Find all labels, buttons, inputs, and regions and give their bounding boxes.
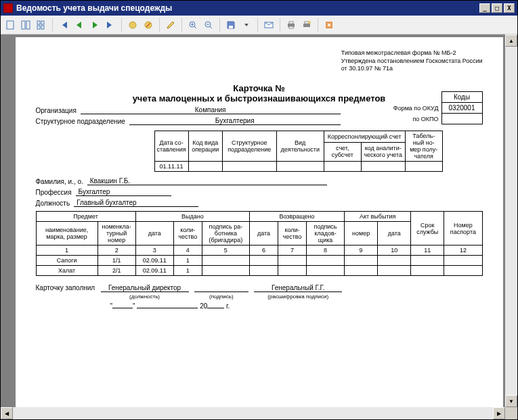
toolbar — [1, 16, 517, 34]
table-row: Сапоги1/102.09.111 — [36, 256, 482, 266]
print2-icon[interactable] — [300, 18, 314, 32]
svg-rect-15 — [289, 26, 293, 28]
document-page: Типовая межотраслевая форма № МБ-2 Утвер… — [16, 37, 503, 416]
page-multi-icon[interactable] — [35, 18, 48, 32]
svg-rect-1 — [22, 21, 25, 29]
footer-pos: Генеральный директор — [101, 284, 189, 292]
nav-prev-icon[interactable] — [72, 18, 86, 32]
svg-point-7 — [129, 22, 136, 28]
mid-header-table: Дата со-ставления Код видаоперации Струк… — [154, 131, 443, 172]
footer-sig — [194, 284, 249, 292]
svg-rect-4 — [41, 21, 44, 24]
footer-dec: Генеральный Г.Г. — [254, 284, 342, 292]
table-row: Халат2/102.09.111 — [36, 266, 482, 276]
footer-label: Карточку заполнил — [36, 284, 95, 291]
email-icon[interactable] — [262, 18, 276, 32]
scroll-up-icon[interactable]: ▲ — [505, 34, 517, 47]
scroll-down-icon[interactable]: ▼ — [505, 395, 517, 407]
form-note: Типовая межотраслевая форма № МБ-2 Утвер… — [341, 49, 483, 73]
items-table: Предмет Выдано Возвращено Акт выбытия Ср… — [36, 211, 483, 276]
page-single-icon[interactable] — [3, 18, 17, 32]
window: Ведомость учета выдачи спецодежды _ □ X — [0, 0, 518, 420]
mid-date: 01.11.11 — [154, 162, 188, 172]
okpo-label: по ОКПО — [388, 114, 441, 124]
scroll-right-icon[interactable]: ▶ — [493, 407, 505, 419]
footer: Карточку заполнил Генеральный директор(д… — [36, 284, 483, 310]
svg-rect-16 — [303, 24, 310, 27]
maximize-button[interactable]: □ — [492, 3, 502, 13]
codes-header: Коды — [441, 92, 482, 103]
org-value: Компания — [81, 106, 341, 114]
settings2-icon[interactable] — [142, 18, 155, 32]
okud-label: Форма по ОКУД — [388, 103, 441, 114]
nav-last-icon[interactable] — [104, 18, 117, 32]
scroll-left-icon[interactable]: ◀ — [1, 407, 13, 419]
svg-rect-2 — [26, 21, 30, 29]
titlebar: Ведомость учета выдачи спецодежды _ □ X — [1, 1, 517, 16]
form-note-line: Утверждена постановлением Госкомстата Ро… — [341, 57, 483, 66]
save-icon[interactable] — [224, 18, 238, 32]
okpo-value — [441, 114, 482, 124]
scroll-corner — [505, 407, 517, 419]
print-icon[interactable] — [284, 18, 298, 32]
page-facing-icon[interactable] — [19, 18, 33, 32]
person-block: Фамилия, и., о.Квакшин Г.Б. ПрофессияБух… — [36, 177, 483, 207]
svg-rect-11 — [229, 26, 233, 28]
settings-icon[interactable] — [126, 18, 139, 32]
dept-row: Структурное подразделение Бухгалтерия — [36, 117, 341, 125]
okud-value: 0320001 — [441, 103, 482, 114]
edit-icon[interactable] — [164, 18, 177, 32]
zoom-out-icon[interactable] — [202, 18, 215, 32]
form-note-line: Типовая межотраслевая форма № МБ-2 — [341, 49, 483, 57]
content-area: Типовая межотраслевая форма № МБ-2 Утвер… — [1, 34, 517, 419]
fio-value: Квакшин Г.Б. — [87, 177, 327, 185]
nav-next-icon[interactable] — [88, 18, 102, 32]
scrollbar-horizontal[interactable]: ◀ ▶ — [1, 407, 505, 419]
form-note-line: от 30.10.97 № 71а — [341, 65, 483, 73]
nav-first-icon[interactable] — [57, 18, 70, 32]
svg-rect-3 — [37, 21, 40, 24]
prof-value: Бухгалтер — [76, 188, 171, 196]
svg-point-18 — [308, 21, 311, 24]
pos-value: Главный бухгалтер — [74, 199, 198, 207]
svg-rect-5 — [37, 26, 40, 29]
svg-rect-14 — [289, 22, 293, 24]
scrollbar-vertical[interactable]: ▲ ▼ — [505, 34, 517, 407]
scroll-viewport: Типовая межотраслевая форма № МБ-2 Утвер… — [3, 37, 515, 417]
dropdown-icon[interactable] — [240, 18, 253, 32]
close-doc-icon[interactable] — [322, 18, 336, 32]
window-title: Ведомость учета выдачи спецодежды — [16, 3, 172, 13]
svg-rect-6 — [41, 26, 44, 29]
org-label: Организация — [36, 107, 77, 114]
codes-box: Коды Форма по ОКУД0320001 по ОКПО — [388, 91, 483, 124]
svg-rect-0 — [7, 21, 14, 29]
zoom-in-icon[interactable] — [186, 18, 200, 32]
app-icon — [3, 3, 13, 13]
minimize-button[interactable]: _ — [479, 3, 490, 13]
dept-label: Структурное подразделение — [36, 118, 125, 125]
close-button[interactable]: X — [504, 3, 515, 13]
org-row: Организация Компания — [36, 106, 341, 114]
dept-value: Бухгалтерия — [129, 117, 341, 125]
